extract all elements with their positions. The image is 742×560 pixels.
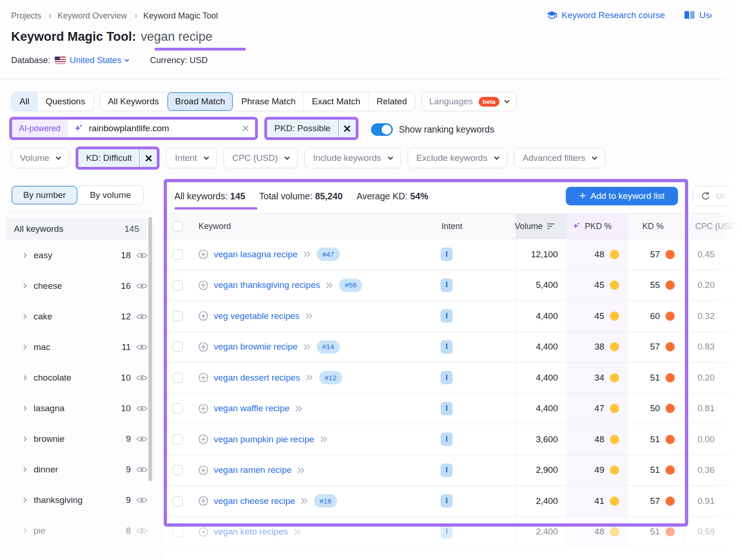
plus-circle-icon[interactable]: [198, 280, 208, 290]
plus-circle-icon[interactable]: [198, 311, 208, 321]
keyword-link[interactable]: vegan pumpkin pie recipe: [214, 434, 314, 445]
tab-related[interactable]: Related: [368, 92, 415, 111]
show-ranking-keywords-toggle[interactable]: [371, 123, 393, 136]
sidebar-group-pie[interactable]: pie8: [6, 515, 148, 546]
double-chevron-icon[interactable]: [294, 529, 301, 535]
keyword-link[interactable]: vegan waffle recipe: [214, 403, 289, 414]
include-keywords-filter[interactable]: Include keywords: [304, 148, 401, 168]
double-chevron-icon[interactable]: [297, 467, 305, 473]
update-metrics-button[interactable]: User manual: [693, 186, 742, 206]
row-checkbox[interactable]: [173, 342, 183, 352]
select-all-checkbox[interactable]: [173, 221, 183, 231]
intent-badge[interactable]: I: [441, 433, 453, 446]
user-manual-link[interactable]: User manual: [684, 10, 711, 20]
clear-input-icon[interactable]: ×: [242, 122, 249, 135]
row-checkbox[interactable]: [173, 311, 183, 321]
tab-phrase-match[interactable]: Phrase Match: [233, 92, 303, 111]
intent-badge[interactable]: I: [441, 371, 453, 384]
tab-all-keywords[interactable]: All Keywords: [100, 92, 167, 111]
keyword-research-course-link[interactable]: Keyword Research course: [546, 10, 665, 20]
keyword-link[interactable]: vegan ramen recipe: [214, 465, 292, 475]
plus-circle-icon[interactable]: [198, 434, 208, 444]
eye-icon[interactable]: [136, 344, 147, 351]
breadcrumb-projects[interactable]: Projects: [11, 11, 41, 21]
plus-circle-icon[interactable]: [198, 527, 208, 537]
keyword-link[interactable]: veg vegetable recipes: [214, 311, 300, 321]
double-chevron-icon[interactable]: [305, 313, 313, 319]
intent-badge[interactable]: I: [441, 525, 453, 539]
intent-badge[interactable]: I: [441, 279, 453, 292]
sidebar-all-keywords[interactable]: All keywords 145: [6, 218, 147, 240]
keyword-link[interactable]: vegan thanksgiving recipes: [214, 280, 320, 290]
sidebar-group-lasagna[interactable]: lasagna10: [6, 393, 148, 424]
add-to-keyword-list-button[interactable]: + Add to keyword list: [566, 187, 678, 205]
keyword-link[interactable]: vegan lasagna recipe: [214, 249, 298, 260]
column-volume[interactable]: Volume: [516, 214, 567, 239]
intent-badge[interactable]: I: [441, 340, 453, 354]
plus-circle-icon[interactable]: [198, 496, 208, 506]
double-chevron-icon[interactable]: [320, 436, 328, 442]
kd-filter-chip[interactable]: KD: Difficult: [78, 149, 157, 167]
row-checkbox[interactable]: [173, 527, 183, 537]
double-chevron-icon[interactable]: [303, 251, 311, 257]
advanced-filters[interactable]: Advanced filters: [514, 148, 605, 168]
sidebar-group-mac[interactable]: mac11: [6, 332, 148, 363]
tab-broad-match[interactable]: Broad Match: [167, 92, 233, 111]
intent-filter[interactable]: Intent: [166, 148, 217, 168]
sidebar-group-thanksgiving[interactable]: thanksgiving9: [6, 485, 148, 515]
tab-questions[interactable]: Questions: [37, 92, 93, 111]
remove-filter-button[interactable]: [139, 149, 157, 167]
sidebar-group-dinner[interactable]: dinner9: [6, 454, 148, 485]
sidebar-group-chocolate[interactable]: chocolate10: [6, 363, 148, 393]
eye-icon[interactable]: [136, 252, 147, 259]
row-checkbox[interactable]: [173, 373, 183, 383]
keyword-link[interactable]: vegan cheese recipe: [214, 496, 295, 506]
eye-icon[interactable]: [136, 466, 147, 473]
eye-icon[interactable]: [136, 496, 147, 504]
double-chevron-icon[interactable]: [301, 498, 308, 504]
sidebar-group-brownie[interactable]: brownie9: [6, 424, 148, 454]
remove-filter-button[interactable]: [338, 120, 356, 137]
row-checkbox[interactable]: [173, 496, 183, 506]
intent-badge[interactable]: I: [441, 248, 453, 261]
languages-dropdown[interactable]: Languages beta: [422, 92, 517, 111]
column-pkd[interactable]: PKD %: [567, 214, 628, 239]
plus-circle-icon[interactable]: [198, 342, 208, 352]
plus-circle-icon[interactable]: [198, 373, 208, 382]
intent-badge[interactable]: I: [441, 494, 453, 508]
plus-circle-icon[interactable]: [198, 404, 208, 414]
keyword-link[interactable]: vegan keto recipes: [214, 527, 288, 537]
column-cpc[interactable]: CPC (USD): [684, 214, 742, 239]
sidebar-group-easy[interactable]: easy18: [6, 240, 148, 271]
intent-badge[interactable]: I: [441, 402, 453, 415]
exclude-keywords-filter[interactable]: Exclude keywords: [408, 148, 507, 168]
cpc-filter[interactable]: CPC (USD): [224, 148, 298, 168]
row-checkbox[interactable]: [173, 280, 183, 290]
plus-circle-icon[interactable]: [198, 465, 208, 475]
eye-icon[interactable]: [136, 313, 147, 320]
double-chevron-icon[interactable]: [306, 375, 313, 381]
row-checkbox[interactable]: [173, 403, 183, 414]
ai-domain-input[interactable]: rainbowplantlife.com ×: [68, 120, 255, 137]
database-select[interactable]: United States: [70, 55, 128, 65]
column-kd[interactable]: KD %: [628, 214, 684, 239]
keyword-link[interactable]: vegan dessert recipes: [214, 373, 300, 383]
pkd-filter-chip[interactable]: PKD: Possible: [267, 120, 356, 137]
double-chevron-icon[interactable]: [295, 406, 303, 412]
sidebar-group-cake[interactable]: cake12: [6, 301, 148, 332]
intent-badge[interactable]: I: [441, 464, 453, 477]
double-chevron-icon[interactable]: [303, 344, 311, 350]
eye-icon[interactable]: [136, 374, 147, 382]
eye-icon[interactable]: [136, 282, 147, 290]
sidebar-scrollbar[interactable]: [148, 217, 152, 481]
double-chevron-icon[interactable]: [326, 282, 333, 288]
row-checkbox[interactable]: [173, 465, 183, 475]
plus-circle-icon[interactable]: [198, 249, 208, 259]
tab-by-number[interactable]: By number: [12, 186, 77, 204]
eye-icon[interactable]: [136, 405, 147, 412]
row-checkbox[interactable]: [173, 249, 183, 260]
volume-filter[interactable]: Volume: [11, 148, 69, 168]
tab-all[interactable]: All: [12, 92, 37, 111]
eye-icon[interactable]: [136, 527, 147, 535]
tab-exact-match[interactable]: Exact Match: [303, 92, 368, 111]
